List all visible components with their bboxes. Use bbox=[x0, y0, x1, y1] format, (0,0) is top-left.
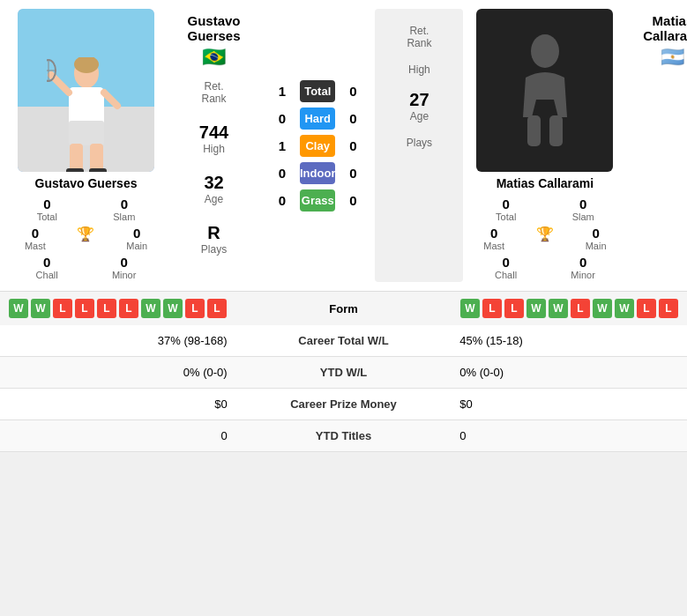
player1-minor-value: 0 bbox=[120, 255, 127, 270]
stat-center: Career Prize Money bbox=[241, 389, 447, 420]
player1-form-badge: L bbox=[185, 299, 205, 318]
player2-rank-label: Rank bbox=[407, 37, 431, 49]
player1-form-badge: L bbox=[53, 299, 72, 318]
player2-form-badge: L bbox=[659, 299, 678, 318]
hard-right-score: 0 bbox=[340, 111, 366, 126]
player2-form-badge: W bbox=[526, 299, 546, 318]
player1-photo bbox=[18, 9, 154, 172]
player1-form-badge: L bbox=[119, 299, 138, 318]
player2-slam-value: 0 bbox=[579, 197, 586, 212]
player2-form-badges: WLLWWLWWLL bbox=[397, 299, 679, 318]
total-left-score: 1 bbox=[269, 84, 295, 99]
player2-age-stat: 27 Age bbox=[409, 90, 429, 122]
player1-form-badge: L bbox=[75, 299, 94, 318]
player2-form-badge: L bbox=[482, 299, 502, 318]
stats-row: 0% (0-0)YTD W/L0% (0-0) bbox=[0, 357, 687, 389]
player1-name: Gustavo Guerses bbox=[35, 176, 138, 190]
player2-minor-value: 0 bbox=[579, 255, 586, 270]
main-container: Gustavo Guerses 0 Total 0 Slam 0 Mast bbox=[0, 0, 687, 452]
player1-total-label: Total bbox=[37, 212, 57, 222]
player2-high-stat: High bbox=[408, 63, 430, 76]
stats-row: $0Career Prize Money$0 bbox=[0, 389, 687, 420]
player1-rank-label: Ret. bbox=[204, 80, 223, 93]
clay-row: 1 Clay 0 bbox=[269, 135, 366, 157]
player1-form-badge: W bbox=[9, 299, 28, 318]
hard-left-score: 0 bbox=[269, 111, 295, 126]
player2-rank-value: Ret. bbox=[409, 25, 429, 37]
player2-trophy-icon: 🏆 bbox=[536, 226, 554, 242]
hard-badge: Hard bbox=[300, 108, 335, 130]
svg-point-13 bbox=[531, 34, 559, 68]
player1-flag: 🇧🇷 bbox=[202, 46, 226, 69]
player2-total-label: Total bbox=[496, 212, 516, 222]
player2-main-label: Main bbox=[586, 241, 607, 251]
player2-age-label: Age bbox=[410, 110, 429, 122]
player1-name-header: GustavoGuerses bbox=[187, 13, 240, 43]
form-label: Form bbox=[291, 302, 397, 315]
svg-rect-9 bbox=[70, 144, 83, 172]
stat-center: YTD Titles bbox=[241, 420, 447, 452]
player2-plays-label: Plays bbox=[407, 137, 432, 149]
clay-badge: Clay bbox=[300, 135, 335, 157]
top-section: Gustavo Guerses 0 Total 0 Slam 0 Mast bbox=[0, 0, 687, 291]
player1-mast-label: Mast bbox=[25, 241, 46, 251]
player1-trophy-icon: 🏆 bbox=[77, 226, 94, 242]
stat-right: 45% (15-18) bbox=[446, 325, 687, 357]
svg-rect-10 bbox=[90, 144, 103, 172]
grass-left-score: 0 bbox=[269, 193, 295, 208]
player2-high-label: High bbox=[408, 63, 430, 76]
player1-main-value: 0 bbox=[133, 226, 140, 241]
player2-flag: 🇦🇷 bbox=[661, 46, 684, 69]
player2-photo bbox=[476, 9, 613, 172]
stat-center: YTD W/L bbox=[241, 357, 447, 389]
stat-left: $0 bbox=[0, 389, 241, 420]
player2-form-badge: L bbox=[571, 299, 590, 318]
player2-header-panel: MatiasCallarami 🇦🇷 bbox=[626, 9, 687, 282]
stat-left: 0% (0-0) bbox=[0, 357, 241, 389]
player1-age-stat: 32 Age bbox=[204, 173, 223, 205]
player1-slam-value: 0 bbox=[121, 197, 128, 212]
player2-form-badge: W bbox=[549, 299, 568, 318]
stats-row: 37% (98-168)Career Total W/L45% (15-18) bbox=[0, 325, 687, 357]
total-row: 1 Total 0 bbox=[269, 80, 366, 102]
svg-rect-12 bbox=[89, 168, 107, 172]
svg-rect-14 bbox=[527, 115, 541, 146]
stats-row: 0YTD Titles0 bbox=[0, 420, 687, 452]
player1-main-label: Main bbox=[126, 241, 147, 251]
player1-stats: 0 Total 0 Slam 0 Mast 🏆 bbox=[9, 195, 163, 282]
player1-high-value: 744 bbox=[199, 122, 228, 143]
player2-plays-stat: Plays bbox=[407, 137, 432, 149]
indoor-badge: Indoor bbox=[300, 162, 335, 184]
grass-row: 0 Grass 0 bbox=[269, 189, 366, 212]
player1-rank-text: Rank bbox=[201, 93, 226, 105]
player2-name-header: MatiasCallarami bbox=[643, 13, 687, 43]
clay-left-score: 1 bbox=[269, 138, 295, 153]
player1-slam-label: Slam bbox=[113, 212, 135, 222]
grass-right-score: 0 bbox=[340, 193, 366, 208]
center-section: 1 Total 0 0 Hard 0 1 Clay 0 0 Indoor 0 bbox=[265, 9, 370, 282]
svg-rect-8 bbox=[69, 121, 104, 145]
player1-form-badge: W bbox=[31, 299, 50, 318]
svg-rect-15 bbox=[549, 115, 563, 146]
player1-form-badge: L bbox=[207, 299, 227, 318]
grass-badge: Grass bbox=[300, 189, 335, 212]
player2-card: Matias Callarami 0 Total 0 Slam 0 Mast bbox=[467, 9, 622, 282]
player1-total-value: 0 bbox=[43, 197, 50, 212]
player1-mast-value: 0 bbox=[32, 226, 39, 241]
player2-main-value: 0 bbox=[592, 226, 599, 241]
indoor-row: 0 Indoor 0 bbox=[269, 162, 366, 184]
player1-card: Gustavo Guerses 0 Total 0 Slam 0 Mast bbox=[9, 9, 163, 282]
svg-line-7 bbox=[104, 93, 117, 106]
player2-right-panel: Ret. Rank High 27 Age Plays bbox=[375, 9, 463, 282]
player1-high-label: High bbox=[203, 143, 225, 155]
indoor-right-score: 0 bbox=[340, 166, 366, 181]
player1-plays-value: R bbox=[207, 223, 220, 243]
player2-mast-label: Mast bbox=[483, 241, 504, 251]
stat-left: 0 bbox=[0, 420, 241, 452]
hard-row: 0 Hard 0 bbox=[269, 108, 366, 130]
player2-chall-label: Chall bbox=[495, 270, 517, 280]
player2-age-value: 27 bbox=[409, 90, 429, 110]
stat-center: Career Total W/L bbox=[241, 325, 447, 357]
stats-table: 37% (98-168)Career Total W/L45% (15-18)0… bbox=[0, 325, 687, 452]
stat-right: $0 bbox=[446, 389, 687, 420]
